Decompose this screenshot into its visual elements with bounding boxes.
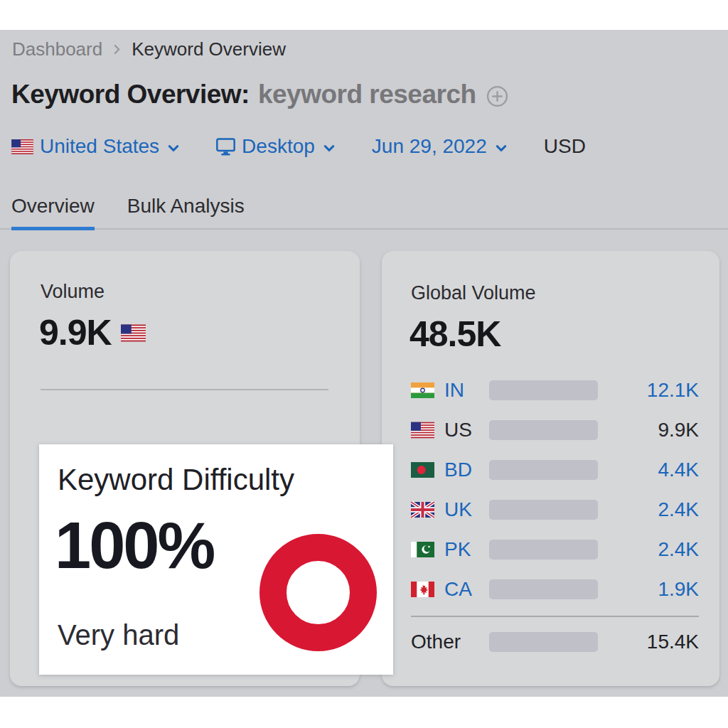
global-volume-card: Global Volume 48.5K IN 12.1K US 9.9K [382, 251, 719, 686]
date-selector[interactable]: Jun 29, 2022 [372, 135, 507, 158]
country-selector-label: United States [40, 135, 159, 158]
country-volume-value[interactable]: 2.4K [658, 498, 699, 521]
volume-bar [489, 380, 598, 400]
country-row-bd: BD 4.4K [382, 450, 719, 490]
in-flag-icon [411, 382, 434, 399]
chevron-right-icon [112, 45, 122, 54]
volume-label: Volume [41, 281, 105, 303]
uk-flag-icon [411, 501, 434, 518]
device-selector-label: Desktop [242, 135, 315, 158]
country-code[interactable]: US [444, 419, 472, 441]
bd-flag-icon [411, 461, 434, 478]
ca-flag-icon [411, 581, 434, 598]
country-volume-value[interactable]: 4.4K [658, 459, 699, 481]
tab-bar: Overview Bulk Analysis [0, 195, 728, 230]
us-flag-icon [411, 422, 434, 439]
volume-bar [489, 632, 598, 652]
other-row-divider [411, 616, 699, 617]
country-volume-value[interactable]: 9.9K [658, 419, 699, 441]
page-title-label: Keyword Overview: [11, 80, 250, 109]
country-code[interactable]: CA [444, 578, 472, 601]
other-label: Other [411, 631, 461, 653]
volume-bar [489, 460, 598, 480]
volume-value: 9.9K [39, 312, 112, 353]
currency-label: USD [544, 135, 586, 158]
global-volume-value: 48.5K [410, 314, 500, 355]
country-row-pk: PK 2.4K [382, 530, 719, 569]
country-row-us: US 9.9K [382, 410, 719, 450]
global-volume-label: Global Volume [411, 282, 536, 304]
country-row-uk: UK 2.4K [382, 490, 719, 530]
tab-overview[interactable]: Overview [11, 195, 95, 230]
breadcrumb-keyword-overview[interactable]: Keyword Overview [132, 38, 286, 60]
country-row-ca: CA 1.9K [382, 569, 719, 609]
other-volume-value: 15.4K [647, 631, 699, 653]
desktop-monitor-icon [216, 138, 235, 156]
breadcrumb: Dashboard Keyword Overview [12, 38, 286, 60]
country-volume-value[interactable]: 2.4K [658, 538, 699, 561]
filter-bar: United States Desktop Jun 29, 2022 USD [11, 135, 586, 158]
country-selector[interactable]: United States [11, 135, 179, 158]
keyword-difficulty-title: Keyword Difficulty [58, 463, 294, 497]
country-code[interactable]: BD [444, 459, 472, 481]
page-content-background: Dashboard Keyword Overview Keyword Overv… [0, 30, 728, 697]
chevron-down-icon [323, 144, 335, 152]
keyword-difficulty-level: Very hard [58, 619, 179, 651]
other-volume-row: Other 15.4K [382, 622, 719, 662]
page-title-keyword: keyword research [258, 80, 476, 109]
country-code[interactable]: IN [444, 379, 464, 402]
country-volume-list: IN 12.1K US 9.9K BD 4.4K [382, 370, 719, 609]
country-volume-value[interactable]: 1.9K [658, 578, 699, 601]
circle-plus-icon[interactable] [486, 85, 508, 107]
country-row-in: IN 12.1K [382, 370, 719, 410]
chevron-down-icon [168, 144, 179, 152]
country-volume-value[interactable]: 12.1K [647, 379, 699, 402]
breadcrumb-dashboard[interactable]: Dashboard [12, 38, 102, 60]
pk-flag-icon [411, 541, 434, 558]
country-code[interactable]: UK [444, 498, 472, 521]
keyword-overview-page: Dashboard Keyword Overview Keyword Overv… [0, 0, 728, 728]
difficulty-donut-ring [259, 534, 377, 651]
keyword-difficulty-panel: Keyword Difficulty 100% Very hard [39, 444, 393, 675]
keyword-difficulty-percent: 100% [55, 508, 213, 583]
volume-value-row: 9.9K [39, 312, 146, 353]
volume-bar [489, 540, 598, 560]
device-selector[interactable]: Desktop [216, 135, 335, 158]
chevron-down-icon [496, 144, 507, 152]
country-code[interactable]: PK [444, 538, 471, 561]
volume-bar [489, 579, 598, 599]
volume-card-divider [41, 389, 328, 390]
volume-bar [489, 420, 598, 440]
us-flag-icon [11, 139, 33, 154]
us-flag-icon [121, 324, 146, 342]
tab-bulk-analysis[interactable]: Bulk Analysis [127, 195, 245, 230]
volume-bar [489, 500, 598, 520]
date-selector-label: Jun 29, 2022 [372, 135, 487, 158]
page-title: Keyword Overview: keyword research [11, 80, 508, 109]
